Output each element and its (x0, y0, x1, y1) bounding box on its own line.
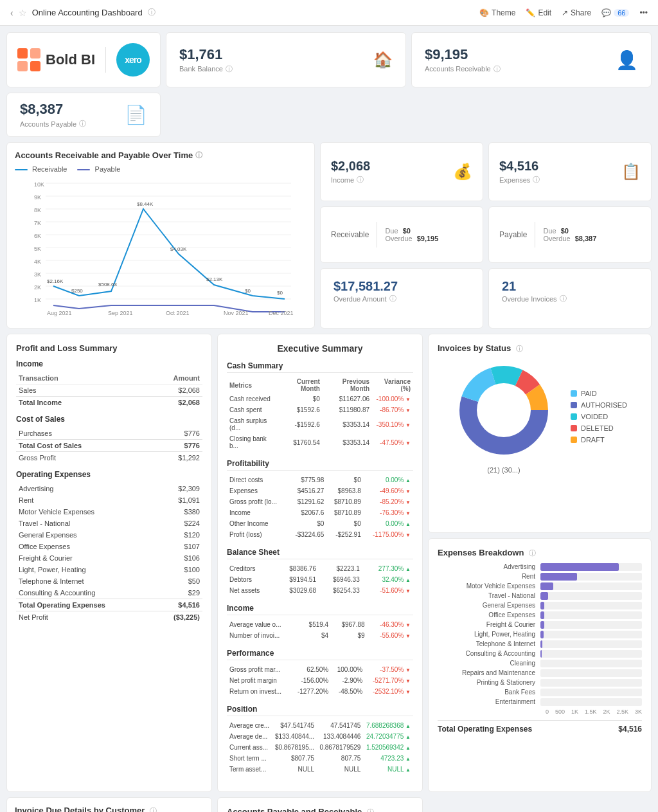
expense-bar-row: Travel - National (438, 592, 642, 600)
balance-sheet-section: Balance Sheet Creditors $8386.76 $2223.1… (227, 548, 413, 596)
svg-text:Dec 2021: Dec 2021 (269, 310, 294, 316)
ar-value: $9,195 (425, 46, 501, 63)
exec-metric: Average value o... (227, 619, 299, 630)
bold-bi-logo: Bold BI (17, 48, 95, 71)
exec-metric: Gross profit mar... (227, 664, 290, 675)
cogs-section-title: Cost of Sales (16, 415, 202, 424)
donut-label: (21) (30...) (452, 466, 555, 474)
expense-bar-row: Freight & Courier (438, 621, 642, 629)
opex-row-amount: $50 (156, 575, 202, 587)
rp-divider2 (535, 222, 535, 248)
payable-due-label: Due $0 (543, 227, 596, 235)
variance-value: -2532.10% (373, 688, 404, 695)
expense-bar-row: Light, Power, Heating (438, 631, 642, 638)
expense-track (540, 660, 642, 667)
comment-button[interactable]: 💬 66 (601, 8, 629, 17)
overdue-invoices-label: Overdue Invoices ⓘ (502, 294, 638, 303)
expense-label: Motor Vehicle Expenses (438, 582, 540, 590)
exec-metric: Debtors (227, 574, 275, 585)
exec-row: Other Income $0 $0 0.00% ▲ (227, 518, 413, 529)
variance-arrow: ▼ (405, 422, 411, 428)
overdue-invoices-card: 21 Overdue Invoices ⓘ (488, 268, 652, 329)
more-button[interactable]: ••• (639, 8, 648, 17)
exec-previous: $0 (326, 474, 363, 485)
exec-variance: 7.688268368 ▲ (363, 720, 413, 731)
svg-rect-2 (17, 61, 28, 71)
opex-section-title: Operating Expenses (16, 470, 202, 479)
exec-previous: 133.4084446 (317, 731, 363, 742)
logo-card: Bold BI xero (6, 32, 161, 87)
metrics-header: Metrics (227, 377, 277, 393)
legend-item: DELETED (571, 424, 627, 432)
chart-info-icon: ⓘ (195, 150, 202, 160)
receivable-details: Due $0 Overdue $9,195 (385, 227, 438, 242)
opex-row-name: Advertising (16, 483, 156, 494)
ar-ap-chart-card: Accounts Receivable and Payable Over Tim… (6, 142, 315, 329)
income-exec-table: Average value o... $519.4 $967.88 -46.30… (227, 619, 413, 641)
exec-current: $0 (287, 518, 326, 529)
exec-previous: $0 (326, 518, 363, 529)
exec-current: $1592.6 (277, 404, 323, 415)
exec-variance: -2532.10% ▼ (365, 686, 413, 697)
exec-metric: Number of invoi... (227, 630, 299, 641)
expense-track (540, 621, 642, 629)
total-opex-label: Total Operating Expenses (16, 599, 161, 611)
info-icon[interactable]: ⓘ (148, 7, 156, 18)
opex-row-name: Telephone & Internet (16, 575, 156, 587)
expense-label: Cleaning (438, 660, 540, 667)
income-row-amount: $2,068 (129, 384, 202, 397)
back-button[interactable]: ‹ (10, 8, 13, 18)
variance-arrow: ▼ (405, 532, 411, 538)
right-kpi-top: $2,068 Income ⓘ 💰 $4,516 Expenses ⓘ 📋 (320, 142, 652, 201)
variance-arrow: ▼ (405, 689, 411, 695)
expense-bar-row: Advertising (438, 563, 642, 571)
profitability-title: Profitability (227, 459, 413, 471)
share-button[interactable]: ↗ Share (562, 8, 591, 17)
total-opex-table: Total Operating Expenses $4,516 (16, 599, 202, 611)
favorite-button[interactable]: ☆ (19, 8, 27, 18)
theme-button[interactable]: 🎨 Theme (479, 8, 515, 17)
position-title: Position (227, 705, 413, 716)
opex-row-name: General Expenses (16, 529, 156, 541)
expenses-axis: 0 500 1K 1.5K 2K 2.5K 3K (438, 708, 642, 715)
exec-row: Cash spent $1592.6 $11980.87 -86.70% ▼ (227, 404, 413, 415)
performance-table: Gross profit mar... 62.50% 100.00% -37.5… (227, 664, 413, 697)
receivable-card: Receivable Due $0 Overdue $9,195 (320, 206, 483, 263)
expense-bar-row: Bank Fees (438, 689, 642, 696)
svg-text:$8.44K: $8.44K (137, 201, 154, 207)
theme-icon: 🎨 (479, 8, 489, 17)
expense-fill (540, 573, 577, 581)
exec-row: Profit (loss) -$3224.65 -$252.91 -1175.0… (227, 529, 413, 540)
pnl-card: Profit and Loss Summary Income Transacti… (6, 334, 212, 792)
expense-label: Rent (438, 573, 540, 580)
svg-text:5K: 5K (34, 246, 41, 252)
balance-sheet-table: Creditors $8386.76 $2223.1 277.30% ▲ Deb… (227, 563, 413, 596)
exec-row: Average value o... $519.4 $967.88 -46.30… (227, 619, 413, 630)
income-row-name: Sales (16, 384, 129, 397)
variance-value: -86.70% (380, 406, 404, 413)
accounts-payable-card: $8,387 Accounts Payable ⓘ 📄 (6, 93, 161, 137)
bank-balance-value: $1,761 (179, 46, 233, 63)
legend-label: PAID (581, 390, 597, 397)
rp-row: Receivable Due $0 Overdue $9,195 Payable (320, 206, 652, 263)
opex-row-name: Rent (16, 494, 156, 506)
variance-value: NULL (387, 766, 404, 773)
exec-current: $47.541745 (272, 720, 317, 731)
expense-bar-row: Motor Vehicle Expenses (438, 582, 642, 590)
income-info-icon: ⓘ (357, 175, 364, 185)
profitability-table: Direct costs $775.98 $0 0.00% ▲ Expenses… (227, 474, 413, 540)
legend-item: DRAFT (571, 436, 627, 444)
opex-row-name: Motor Vehicle Expenses (16, 506, 156, 518)
expenses-icon: 📋 (621, 163, 641, 181)
edit-button[interactable]: ✏️ Edit (526, 8, 551, 17)
opex-table: Advertising$2,309Rent$1,091Motor Vehicle… (16, 483, 202, 599)
exec-current: -$3224.65 (287, 529, 326, 540)
empty-bottom-right (428, 797, 652, 812)
exec-previous: 0.8678179529 (317, 742, 363, 753)
exec-current: $4 (299, 630, 331, 641)
expense-fill (540, 582, 553, 590)
expense-label: Office Expenses (438, 611, 540, 618)
exec-row: Gross profit mar... 62.50% 100.00% -37.5… (227, 664, 413, 675)
page-title: Online Accounting Dashboard (32, 8, 143, 17)
net-profit-table: Net Profit ($3,225) (16, 611, 202, 623)
